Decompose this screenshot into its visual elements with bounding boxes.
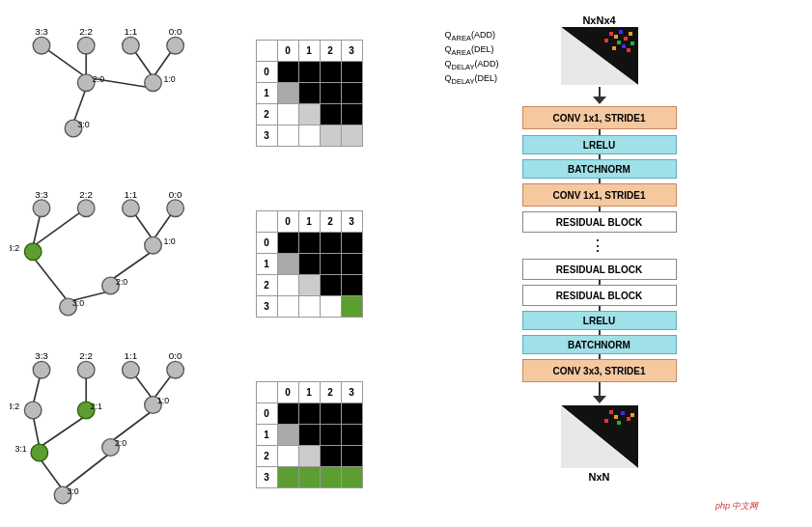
node-10-2 bbox=[145, 236, 162, 254]
matrix3-r3c3 bbox=[341, 466, 362, 487]
matrix2-r1c3 bbox=[341, 253, 362, 274]
node-32-2 bbox=[24, 243, 42, 261]
svg-line-17 bbox=[33, 416, 40, 448]
svg-rect-28 bbox=[617, 41, 621, 44]
matrix3-r2c1 bbox=[298, 445, 320, 466]
svg-rect-41 bbox=[617, 421, 621, 425]
matrix2-row2-header: 2 bbox=[256, 274, 277, 295]
svg-rect-32 bbox=[612, 46, 616, 50]
residual-block-2: RESIDUAL BLOCK bbox=[522, 259, 677, 280]
matrix-section-1: 0 1 2 3 0 1 bbox=[232, 10, 386, 176]
matrix1-header-empty bbox=[256, 40, 277, 61]
node-11-2 bbox=[123, 200, 140, 217]
right-panel: NxNx4 bbox=[396, 10, 802, 517]
matrix1-header-1: 1 bbox=[298, 40, 320, 61]
node-11-3 bbox=[123, 361, 140, 378]
matrix3-r3c1 bbox=[298, 466, 320, 487]
matrix3-r3c2 bbox=[320, 466, 341, 487]
bottom-dimension-label: NxN bbox=[588, 471, 609, 483]
label-22-2: 2:2 bbox=[79, 189, 93, 200]
label-20-1: 2:0 bbox=[93, 74, 104, 84]
legend-q-delay-add: QDELAY(ADD) bbox=[445, 58, 499, 72]
matrix3-row1-header: 1 bbox=[256, 424, 277, 445]
left-panel: 3:3 2:2 1:1 0:0 1:0 bbox=[10, 10, 222, 517]
matrix2-r3c2 bbox=[320, 295, 341, 317]
svg-line-19 bbox=[111, 410, 154, 442]
matrix2-header-3: 3 bbox=[341, 210, 362, 232]
conv-1x1-top: CONV 1x1, STRIDE1 bbox=[522, 106, 677, 129]
matrix3-row0-header: 0 bbox=[256, 402, 277, 424]
matrix1-row2-header: 2 bbox=[256, 103, 277, 125]
label-22-3: 2:2 bbox=[79, 350, 93, 361]
matrix3-r1c1 bbox=[298, 424, 320, 445]
matrix3-r1c3 bbox=[341, 424, 362, 445]
node-33-1 bbox=[33, 37, 50, 54]
svg-line-11 bbox=[33, 257, 68, 301]
matrix-section-3: 0 1 2 3 0 1 bbox=[232, 351, 386, 517]
lrelu-bottom: LRELU bbox=[522, 311, 677, 330]
tree-svg-2: 3:3 2:2 1:1 0:0 bbox=[10, 178, 222, 341]
lrelu-top: LRELU bbox=[522, 135, 677, 154]
matrix2-r0c1 bbox=[298, 232, 320, 253]
svg-rect-27 bbox=[624, 37, 628, 41]
matrix3-row3-header: 3 bbox=[256, 466, 277, 487]
matrix3-r2c0 bbox=[277, 445, 298, 466]
matrix-3: 0 1 2 3 0 1 bbox=[256, 381, 363, 488]
arrowhead-top bbox=[593, 97, 606, 104]
tree-svg-1: 3:3 2:2 1:1 0:0 1:0 bbox=[10, 10, 222, 173]
label-31-3: 3:1 bbox=[15, 444, 27, 454]
label-32-3: 3:2 bbox=[10, 402, 19, 411]
node-22-2 bbox=[77, 200, 95, 217]
svg-rect-33 bbox=[627, 48, 630, 52]
node-31-3 bbox=[31, 444, 48, 461]
svg-rect-24 bbox=[609, 32, 613, 36]
svg-rect-37 bbox=[609, 410, 613, 414]
nn-diagram: NxNx4 bbox=[435, 10, 764, 517]
residual-block-3: RESIDUAL BLOCK bbox=[522, 285, 677, 306]
label-10-2: 1:0 bbox=[164, 236, 176, 246]
svg-line-21 bbox=[63, 453, 111, 490]
batchnorm-top: BATCHNORM bbox=[522, 159, 677, 179]
matrix2-r3c0 bbox=[277, 295, 298, 317]
node-22-1 bbox=[77, 37, 95, 54]
label-11-1: 1:1 bbox=[125, 26, 138, 37]
matrix2-row0-header: 0 bbox=[256, 232, 277, 253]
matrix3-r0c2 bbox=[320, 402, 341, 424]
svg-rect-34 bbox=[630, 42, 634, 45]
matrix-1: 0 1 2 3 0 1 bbox=[256, 40, 363, 147]
node-10-1 bbox=[145, 74, 162, 92]
matrix1-r1c3 bbox=[341, 82, 362, 103]
tree-section-2: 3:3 2:2 1:1 0:0 bbox=[10, 178, 222, 341]
matrix1-header-2: 2 bbox=[320, 40, 341, 61]
matrix2-header-2: 2 bbox=[320, 210, 341, 232]
matrix1-row0-header: 0 bbox=[256, 61, 277, 82]
matrix1-header-0: 0 bbox=[277, 40, 298, 61]
tree-section-3: 3:3 2:2 1:1 0:0 bbox=[10, 346, 222, 517]
label-11-2: 1:1 bbox=[125, 189, 138, 200]
matrix1-r1c2 bbox=[320, 82, 341, 103]
matrix1-r3c0 bbox=[277, 125, 298, 146]
label-20-2: 2:0 bbox=[116, 277, 127, 287]
matrix1-r0c0 bbox=[277, 61, 298, 82]
matrix2-r3c1 bbox=[298, 295, 320, 317]
legend-q-area-add: QAREA(ADD) bbox=[445, 29, 499, 43]
node-33-2 bbox=[33, 200, 50, 217]
matrix1-r2c2 bbox=[320, 103, 341, 125]
matrix2-r1c1 bbox=[298, 253, 320, 274]
matrix1-r2c0 bbox=[277, 103, 298, 125]
node-11-1 bbox=[123, 37, 140, 54]
matrix-section-2: 0 1 2 3 0 1 bbox=[232, 180, 386, 347]
node-22-3 bbox=[77, 361, 95, 378]
label-00-2: 0:0 bbox=[169, 189, 182, 200]
matrix2-r0c3 bbox=[341, 232, 362, 253]
svg-rect-39 bbox=[621, 411, 625, 415]
node-32-3 bbox=[24, 402, 42, 419]
label-30-3: 3:0 bbox=[67, 486, 78, 496]
matrix2-r3c3 bbox=[341, 295, 362, 317]
matrix1-r1c0 bbox=[277, 82, 298, 103]
legend-q-area-del: QAREA(DEL) bbox=[445, 43, 499, 58]
matrix2-r2c3 bbox=[341, 274, 362, 295]
label-00-3: 0:0 bbox=[169, 350, 182, 361]
conv-1x1-mid: CONV 1x1, STRIDE1 bbox=[522, 183, 677, 207]
matrix3-row2-header: 2 bbox=[256, 445, 277, 466]
